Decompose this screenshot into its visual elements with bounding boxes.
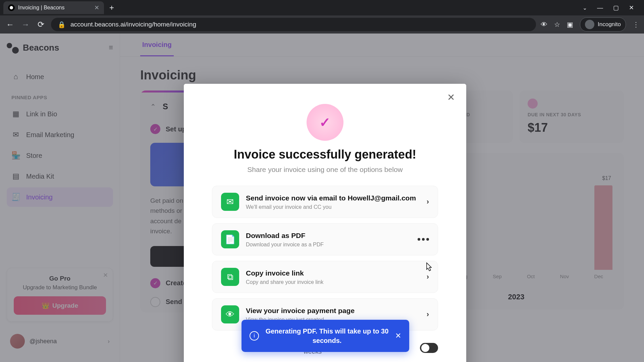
modal-subtitle: Share your invoice using one of the opti… [184, 166, 466, 174]
eye-icon: 👁 [221, 305, 239, 323]
window-maximize-icon[interactable]: ▢ [613, 4, 619, 11]
option-title: Send invoice now via email to HowellJ@gm… [246, 193, 420, 203]
mail-icon: ✉ [221, 193, 239, 211]
chevron-right-icon: › [427, 273, 429, 281]
incognito-badge[interactable]: Incognito [580, 17, 626, 32]
lock-icon: 🔒 [58, 21, 66, 28]
option-desc: Copy and share your invoice link [246, 279, 420, 285]
toast-close-button[interactable]: ✕ [395, 331, 401, 340]
option-desc: We'll email your invoice and CC you [246, 204, 420, 210]
modal-close-button[interactable]: ✕ [447, 92, 455, 103]
success-badge: ✓ [307, 104, 343, 141]
favicon [8, 4, 15, 11]
browser-tab[interactable]: Invoicing | Beacons ✕ [3, 1, 104, 14]
chevron-right-icon: › [427, 197, 429, 206]
option-download-pdf[interactable]: 📄 Download as PDF Download your invoice … [212, 223, 438, 255]
bookmark-icon[interactable]: ☆ [554, 20, 560, 28]
toast-generating-pdf: i Generating PDF. This will take up to 3… [241, 320, 409, 352]
option-copy-link[interactable]: ⧉ Copy invoice link Copy and share your … [212, 261, 438, 293]
option-title: Download as PDF [246, 231, 411, 240]
tabs-dropdown-icon[interactable]: ⌄ [583, 5, 587, 11]
url-text: account.beacons.ai/invoicing/home/invoic… [70, 21, 196, 28]
eye-off-icon[interactable]: 👁 [541, 21, 547, 28]
info-icon: i [250, 331, 259, 341]
loading-dots-icon [418, 238, 429, 241]
copy-icon: ⧉ [221, 268, 239, 286]
menu-dots-icon[interactable]: ⋮ [633, 20, 639, 28]
toast-text: Generating PDF. This will take up to 30 … [265, 326, 389, 345]
url-bar[interactable]: 🔒 account.beacons.ai/invoicing/home/invo… [51, 18, 536, 31]
modal-title: Invoice successfully generated! [184, 147, 466, 162]
forward-button[interactable]: → [20, 20, 31, 29]
check-icon: ✓ [319, 115, 331, 130]
incognito-icon [585, 20, 594, 29]
reload-button[interactable]: ⟳ [36, 20, 46, 29]
tab-close-icon[interactable]: ✕ [94, 4, 99, 11]
new-tab-button[interactable]: + [107, 3, 117, 12]
option-title: Copy invoice link [246, 268, 420, 278]
incognito-label: Incognito [598, 21, 621, 28]
option-title: View your invoice payment page [246, 306, 420, 315]
chevron-right-icon: › [427, 310, 429, 319]
panel-icon[interactable]: ▣ [567, 20, 573, 28]
window-minimize-icon[interactable]: — [597, 4, 603, 11]
pdf-icon: 📄 [221, 230, 239, 248]
window-close-icon[interactable]: ✕ [629, 4, 634, 11]
auto-remind-toggle[interactable] [420, 343, 438, 353]
option-send-email[interactable]: ✉ Send invoice now via email to HowellJ@… [212, 186, 438, 218]
back-button[interactable]: ← [5, 20, 15, 29]
option-desc: Download your invoice as a PDF [246, 242, 411, 248]
tab-title: Invoicing | Beacons [18, 5, 91, 11]
